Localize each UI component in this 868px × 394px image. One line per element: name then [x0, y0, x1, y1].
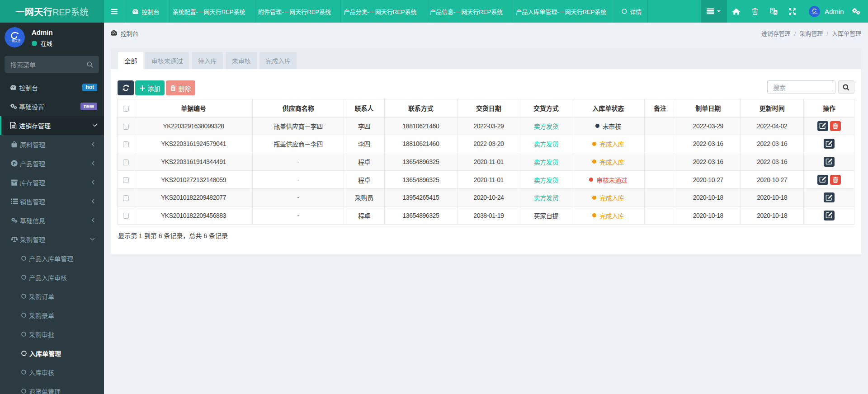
- svg-text:一网天行: 一网天行: [9, 39, 21, 43]
- svg-text:A: A: [774, 10, 777, 14]
- svg-text:P: P: [13, 161, 16, 166]
- svg-text:一网天行: 一网天行: [811, 12, 818, 14]
